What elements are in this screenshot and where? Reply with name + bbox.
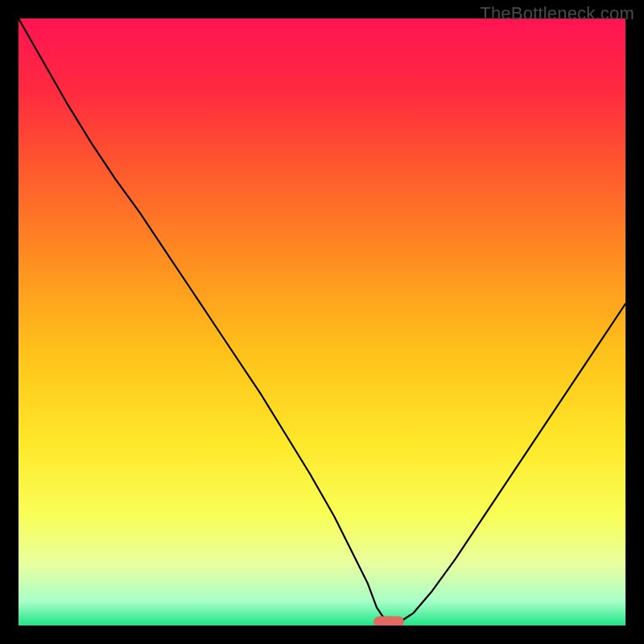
gradient-background <box>19 19 625 625</box>
chart-frame: TheBottleneck.com <box>0 0 644 644</box>
plot-area <box>19 19 625 625</box>
bottleneck-chart <box>19 19 625 625</box>
optimal-marker <box>374 616 404 625</box>
watermark-text: TheBottleneck.com <box>480 3 634 24</box>
